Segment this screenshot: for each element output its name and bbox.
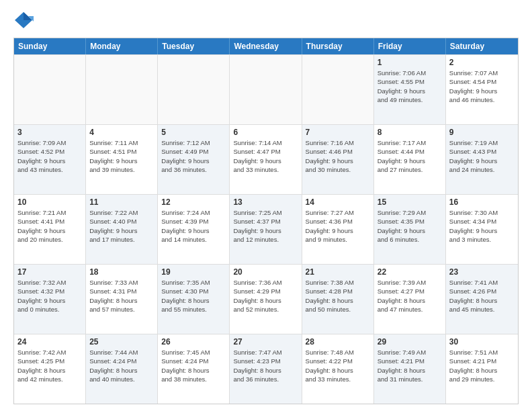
calendar-cell: 19Sunrise: 7:35 AM Sunset: 4:30 PM Dayli…	[158, 265, 230, 334]
day-number: 5	[161, 128, 226, 137]
logo-icon	[13, 11, 34, 31]
calendar-row: 10Sunrise: 7:21 AM Sunset: 4:41 PM Dayli…	[14, 194, 518, 264]
calendar-cell: 6Sunrise: 7:14 AM Sunset: 4:47 PM Daylig…	[230, 125, 302, 194]
calendar-cell: 1Sunrise: 7:06 AM Sunset: 4:55 PM Daylig…	[374, 55, 446, 124]
day-number: 20	[233, 267, 298, 277]
calendar-header: SundayMondayTuesdayWednesdayThursdayFrid…	[14, 38, 518, 54]
day-info: Sunrise: 7:35 AM Sunset: 4:30 PM Dayligh…	[161, 278, 226, 314]
calendar-cell	[86, 55, 158, 124]
calendar-row: 24Sunrise: 7:42 AM Sunset: 4:25 PM Dayli…	[14, 334, 518, 404]
calendar-cell: 26Sunrise: 7:45 AM Sunset: 4:24 PM Dayli…	[158, 334, 230, 404]
calendar-cell: 21Sunrise: 7:38 AM Sunset: 4:28 PM Dayli…	[302, 265, 374, 334]
day-info: Sunrise: 7:47 AM Sunset: 4:23 PM Dayligh…	[233, 348, 298, 383]
day-number: 9	[449, 128, 515, 137]
day-info: Sunrise: 7:44 AM Sunset: 4:24 PM Dayligh…	[89, 348, 154, 383]
calendar-header-cell: Tuesday	[158, 38, 230, 54]
calendar-cell: 27Sunrise: 7:47 AM Sunset: 4:23 PM Dayli…	[230, 334, 302, 404]
day-info: Sunrise: 7:09 AM Sunset: 4:52 PM Dayligh…	[17, 138, 82, 174]
day-info: Sunrise: 7:30 AM Sunset: 4:34 PM Dayligh…	[449, 208, 515, 244]
calendar-cell: 29Sunrise: 7:49 AM Sunset: 4:21 PM Dayli…	[374, 334, 446, 404]
day-number: 19	[161, 267, 226, 277]
logo	[13, 11, 36, 31]
day-info: Sunrise: 7:24 AM Sunset: 4:39 PM Dayligh…	[161, 208, 226, 244]
day-info: Sunrise: 7:38 AM Sunset: 4:28 PM Dayligh…	[306, 278, 370, 314]
day-number: 25	[89, 337, 154, 347]
day-number: 29	[378, 337, 442, 347]
calendar-cell: 5Sunrise: 7:12 AM Sunset: 4:49 PM Daylig…	[158, 125, 230, 194]
calendar-cell: 18Sunrise: 7:33 AM Sunset: 4:31 PM Dayli…	[86, 265, 158, 334]
calendar-header-cell: Saturday	[446, 38, 518, 54]
day-number: 26	[161, 337, 226, 347]
calendar-cell: 25Sunrise: 7:44 AM Sunset: 4:24 PM Dayli…	[86, 334, 158, 404]
day-number: 17	[17, 267, 82, 277]
calendar: SundayMondayTuesdayWednesdayThursdayFrid…	[13, 38, 519, 404]
day-info: Sunrise: 7:41 AM Sunset: 4:26 PM Dayligh…	[449, 278, 515, 314]
day-info: Sunrise: 7:25 AM Sunset: 4:37 PM Dayligh…	[233, 208, 298, 244]
calendar-row: 1Sunrise: 7:06 AM Sunset: 4:55 PM Daylig…	[14, 54, 518, 124]
day-info: Sunrise: 7:29 AM Sunset: 4:35 PM Dayligh…	[378, 208, 442, 244]
calendar-cell: 12Sunrise: 7:24 AM Sunset: 4:39 PM Dayli…	[158, 195, 230, 264]
calendar-cell: 10Sunrise: 7:21 AM Sunset: 4:41 PM Dayli…	[14, 195, 86, 264]
day-number: 10	[17, 197, 82, 207]
day-number: 6	[233, 128, 298, 137]
calendar-header-cell: Monday	[86, 38, 158, 54]
calendar-cell: 24Sunrise: 7:42 AM Sunset: 4:25 PM Dayli…	[14, 334, 86, 404]
day-number: 11	[89, 197, 154, 207]
calendar-cell: 14Sunrise: 7:27 AM Sunset: 4:36 PM Dayli…	[302, 195, 374, 264]
calendar-cell: 15Sunrise: 7:29 AM Sunset: 4:35 PM Dayli…	[374, 195, 446, 264]
day-number: 16	[449, 197, 515, 207]
calendar-cell: 23Sunrise: 7:41 AM Sunset: 4:26 PM Dayli…	[446, 265, 518, 334]
calendar-cell: 17Sunrise: 7:32 AM Sunset: 4:32 PM Dayli…	[14, 265, 86, 334]
calendar-header-cell: Thursday	[302, 38, 374, 54]
day-number: 3	[17, 128, 82, 137]
day-number: 28	[306, 337, 370, 347]
calendar-cell: 7Sunrise: 7:16 AM Sunset: 4:46 PM Daylig…	[302, 125, 374, 194]
day-info: Sunrise: 7:06 AM Sunset: 4:55 PM Dayligh…	[378, 68, 442, 104]
day-info: Sunrise: 7:07 AM Sunset: 4:54 PM Dayligh…	[449, 68, 515, 104]
day-number: 12	[161, 197, 226, 207]
calendar-cell: 16Sunrise: 7:30 AM Sunset: 4:34 PM Dayli…	[446, 195, 518, 264]
calendar-body: 1Sunrise: 7:06 AM Sunset: 4:55 PM Daylig…	[14, 54, 518, 404]
calendar-cell	[230, 55, 302, 124]
day-number: 24	[17, 337, 82, 347]
day-info: Sunrise: 7:45 AM Sunset: 4:24 PM Dayligh…	[161, 348, 226, 383]
day-info: Sunrise: 7:27 AM Sunset: 4:36 PM Dayligh…	[306, 208, 370, 244]
day-number: 7	[306, 128, 370, 137]
day-info: Sunrise: 7:11 AM Sunset: 4:51 PM Dayligh…	[89, 138, 154, 174]
calendar-cell: 22Sunrise: 7:39 AM Sunset: 4:27 PM Dayli…	[374, 265, 446, 334]
day-info: Sunrise: 7:49 AM Sunset: 4:21 PM Dayligh…	[378, 348, 442, 383]
day-info: Sunrise: 7:39 AM Sunset: 4:27 PM Dayligh…	[378, 278, 442, 314]
calendar-cell: 4Sunrise: 7:11 AM Sunset: 4:51 PM Daylig…	[86, 125, 158, 194]
day-number: 4	[89, 128, 154, 137]
calendar-cell: 8Sunrise: 7:17 AM Sunset: 4:44 PM Daylig…	[374, 125, 446, 194]
day-info: Sunrise: 7:33 AM Sunset: 4:31 PM Dayligh…	[89, 278, 154, 314]
day-info: Sunrise: 7:19 AM Sunset: 4:43 PM Dayligh…	[449, 138, 515, 174]
day-number: 13	[233, 197, 298, 207]
calendar-header-cell: Friday	[374, 38, 446, 54]
day-number: 15	[378, 197, 442, 207]
day-info: Sunrise: 7:21 AM Sunset: 4:41 PM Dayligh…	[17, 208, 82, 244]
day-info: Sunrise: 7:36 AM Sunset: 4:29 PM Dayligh…	[233, 278, 298, 314]
calendar-cell: 9Sunrise: 7:19 AM Sunset: 4:43 PM Daylig…	[446, 125, 518, 194]
day-number: 1	[378, 58, 442, 67]
calendar-row: 3Sunrise: 7:09 AM Sunset: 4:52 PM Daylig…	[14, 124, 518, 194]
day-info: Sunrise: 7:14 AM Sunset: 4:47 PM Dayligh…	[233, 138, 298, 174]
day-info: Sunrise: 7:48 AM Sunset: 4:22 PM Dayligh…	[306, 348, 370, 383]
day-info: Sunrise: 7:12 AM Sunset: 4:49 PM Dayligh…	[161, 138, 226, 174]
calendar-cell: 13Sunrise: 7:25 AM Sunset: 4:37 PM Dayli…	[230, 195, 302, 264]
day-number: 27	[233, 337, 298, 347]
calendar-cell: 2Sunrise: 7:07 AM Sunset: 4:54 PM Daylig…	[446, 55, 518, 124]
calendar-cell: 28Sunrise: 7:48 AM Sunset: 4:22 PM Dayli…	[302, 334, 374, 404]
day-number: 30	[449, 337, 515, 347]
day-info: Sunrise: 7:42 AM Sunset: 4:25 PM Dayligh…	[17, 348, 82, 383]
day-info: Sunrise: 7:16 AM Sunset: 4:46 PM Dayligh…	[306, 138, 370, 174]
day-info: Sunrise: 7:51 AM Sunset: 4:21 PM Dayligh…	[449, 348, 515, 383]
header	[13, 11, 519, 31]
page: SundayMondayTuesdayWednesdayThursdayFrid…	[0, 0, 532, 411]
calendar-row: 17Sunrise: 7:32 AM Sunset: 4:32 PM Dayli…	[14, 264, 518, 334]
day-number: 2	[449, 58, 515, 67]
calendar-header-cell: Wednesday	[230, 38, 302, 54]
day-number: 21	[306, 267, 370, 277]
day-info: Sunrise: 7:32 AM Sunset: 4:32 PM Dayligh…	[17, 278, 82, 314]
calendar-cell: 11Sunrise: 7:22 AM Sunset: 4:40 PM Dayli…	[86, 195, 158, 264]
